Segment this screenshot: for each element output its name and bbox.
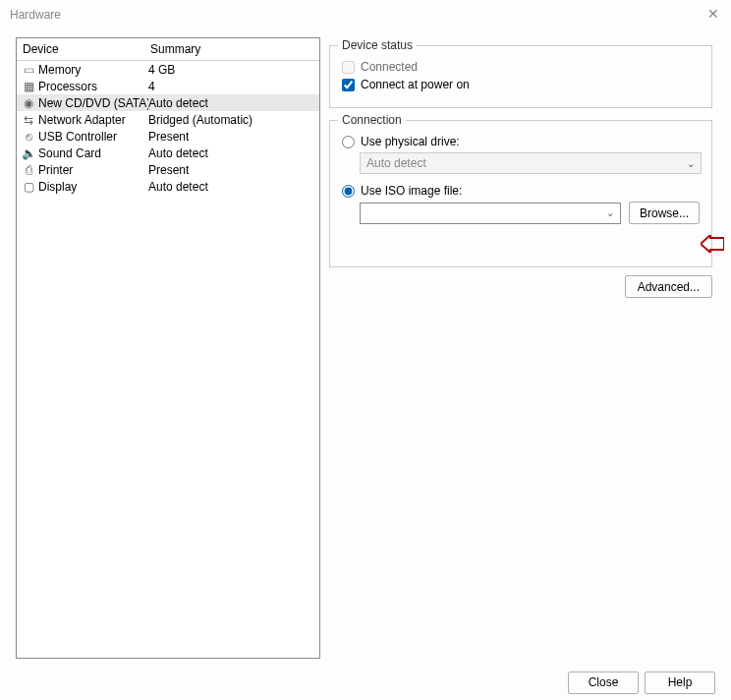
usb-icon: ⎋ [21, 130, 36, 144]
use-iso-image-label: Use ISO image file: [361, 184, 462, 198]
physical-drive-value: Auto detect [366, 156, 426, 170]
close-icon[interactable]: ✕ [707, 6, 719, 22]
sound-icon: 🔈 [21, 146, 36, 160]
printer-icon: ⎙ [21, 163, 36, 177]
browse-button[interactable]: Browse... [629, 202, 700, 224]
device-row[interactable]: ▭Memory4 GB [17, 61, 319, 78]
connected-label: Connected [361, 60, 418, 74]
device-row[interactable]: ⎙PrinterPresent [17, 161, 319, 178]
device-name: USB Controller [38, 130, 148, 144]
device-summary: Bridged (Automatic) [148, 113, 315, 127]
device-summary: Auto detect [148, 146, 315, 160]
connect-at-power-on-checkbox[interactable] [342, 79, 355, 91]
device-name: Processors [38, 80, 148, 93]
close-button[interactable]: Close [568, 671, 639, 694]
disc-icon: ◉ [21, 96, 36, 110]
window-title: Hardware [10, 8, 61, 22]
header-device[interactable]: Device [23, 42, 150, 56]
iso-path-combobox[interactable]: ⌄ [360, 203, 621, 224]
device-row[interactable]: ▦Processors4 [17, 78, 319, 94]
device-summary: 4 GB [148, 63, 315, 77]
device-row[interactable]: ▢DisplayAuto detect [17, 178, 319, 195]
device-row[interactable]: 🔈Sound CardAuto detect [17, 145, 319, 161]
header-summary[interactable]: Summary [150, 42, 313, 56]
physical-drive-select: Auto detect ⌄ [360, 152, 702, 174]
device-summary: Auto detect [148, 180, 315, 194]
connection-legend: Connection [338, 113, 406, 127]
device-name: Sound Card [38, 146, 148, 160]
advanced-button[interactable]: Advanced... [625, 275, 712, 298]
connected-checkbox[interactable] [342, 61, 355, 74]
device-summary: 4 [148, 80, 315, 93]
use-physical-drive-label: Use physical drive: [361, 135, 460, 148]
connection-group: Connection Use physical drive: Auto dete… [329, 120, 712, 267]
device-row[interactable]: ⎋USB ControllerPresent [17, 128, 319, 145]
device-list-header: Device Summary [17, 38, 319, 61]
device-name: Memory [38, 63, 148, 77]
network-icon: ⇆ [21, 113, 36, 127]
content-area: Device Summary ▭Memory4 GB▦Processors4◉N… [0, 29, 731, 663]
chevron-down-icon: ⌄ [687, 158, 695, 169]
connect-at-power-on-label: Connect at power on [361, 78, 470, 91]
device-status-legend: Device status [338, 38, 417, 52]
device-name: Printer [38, 163, 148, 177]
titlebar: Hardware ✕ [0, 0, 731, 29]
device-name: Display [38, 180, 148, 194]
device-summary: Present [148, 130, 315, 144]
dialog-footer: Close Help [0, 665, 731, 700]
device-list-panel: Device Summary ▭Memory4 GB▦Processors4◉N… [16, 37, 320, 659]
cpu-icon: ▦ [21, 80, 36, 93]
device-name: New CD/DVD (SATA) [38, 96, 148, 110]
advanced-button-row: Advanced... [329, 275, 712, 298]
use-physical-drive-radio[interactable] [342, 136, 355, 148]
device-list[interactable]: ▭Memory4 GB▦Processors4◉New CD/DVD (SATA… [17, 61, 319, 195]
device-row[interactable]: ◉New CD/DVD (SATA)Auto detect [17, 94, 319, 111]
device-summary: Auto detect [148, 96, 315, 110]
help-button[interactable]: Help [645, 671, 715, 694]
use-iso-image-radio[interactable] [342, 185, 355, 198]
device-row[interactable]: ⇆Network AdapterBridged (Automatic) [17, 111, 319, 128]
device-status-group: Device status Connected Connect at power… [329, 45, 712, 108]
memory-icon: ▭ [21, 63, 36, 77]
device-summary: Present [148, 163, 315, 177]
chevron-down-icon: ⌄ [606, 207, 614, 218]
display-icon: ▢ [21, 180, 36, 194]
device-name: Network Adapter [38, 113, 148, 127]
